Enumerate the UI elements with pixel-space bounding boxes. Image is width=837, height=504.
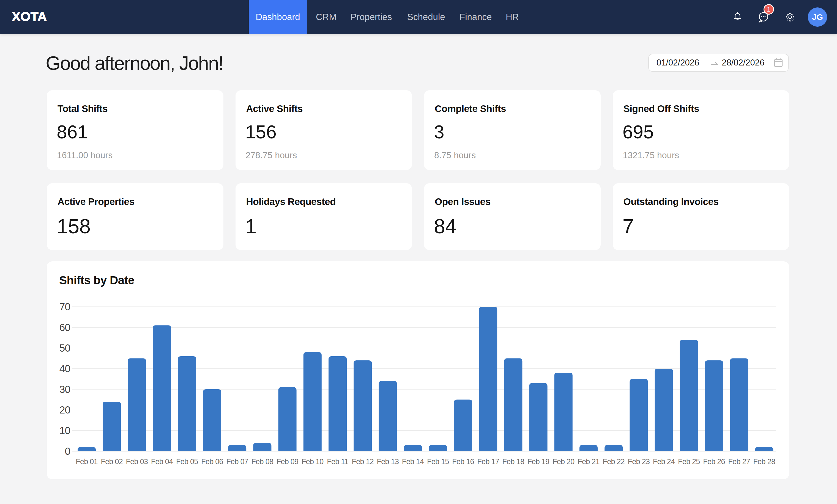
svg-text:Feb 01: Feb 01 [76,457,98,466]
svg-text:Feb 23: Feb 23 [628,457,650,466]
svg-text:Feb 20: Feb 20 [552,457,574,466]
svg-text:60: 60 [59,322,70,333]
svg-text:Feb 06: Feb 06 [201,457,223,466]
svg-text:10: 10 [59,425,70,436]
svg-text:50: 50 [59,343,70,354]
svg-text:Feb 22: Feb 22 [603,457,625,466]
svg-text:Feb 08: Feb 08 [251,457,273,466]
svg-text:Feb 13: Feb 13 [377,457,399,466]
svg-text:Feb 17: Feb 17 [477,457,499,466]
svg-text:70: 70 [59,301,70,312]
svg-text:Feb 07: Feb 07 [226,457,248,466]
svg-text:30: 30 [59,384,70,395]
svg-text:Feb 24: Feb 24 [653,457,675,466]
svg-text:Feb 26: Feb 26 [703,457,725,466]
svg-text:20: 20 [59,404,70,416]
svg-text:Feb 09: Feb 09 [277,457,299,466]
svg-text:Feb 11: Feb 11 [327,457,348,466]
svg-text:Feb 10: Feb 10 [302,457,324,466]
svg-text:Feb 05: Feb 05 [176,457,198,466]
svg-text:Feb 03: Feb 03 [126,457,148,466]
svg-text:Feb 18: Feb 18 [502,457,524,466]
svg-text:Feb 28: Feb 28 [753,457,776,466]
svg-text:Feb 14: Feb 14 [402,457,424,466]
svg-text:Feb 19: Feb 19 [528,457,550,466]
svg-text:Feb 27: Feb 27 [728,457,750,466]
svg-text:Feb 15: Feb 15 [427,457,449,466]
svg-text:Feb 25: Feb 25 [678,457,700,466]
svg-text:Feb 21: Feb 21 [577,457,600,466]
svg-text:Feb 02: Feb 02 [101,457,123,466]
svg-text:0: 0 [65,446,70,457]
svg-text:Feb 16: Feb 16 [452,457,474,466]
svg-text:Feb 12: Feb 12 [352,457,374,466]
svg-text:40: 40 [59,363,70,374]
svg-text:Feb 04: Feb 04 [151,457,173,466]
